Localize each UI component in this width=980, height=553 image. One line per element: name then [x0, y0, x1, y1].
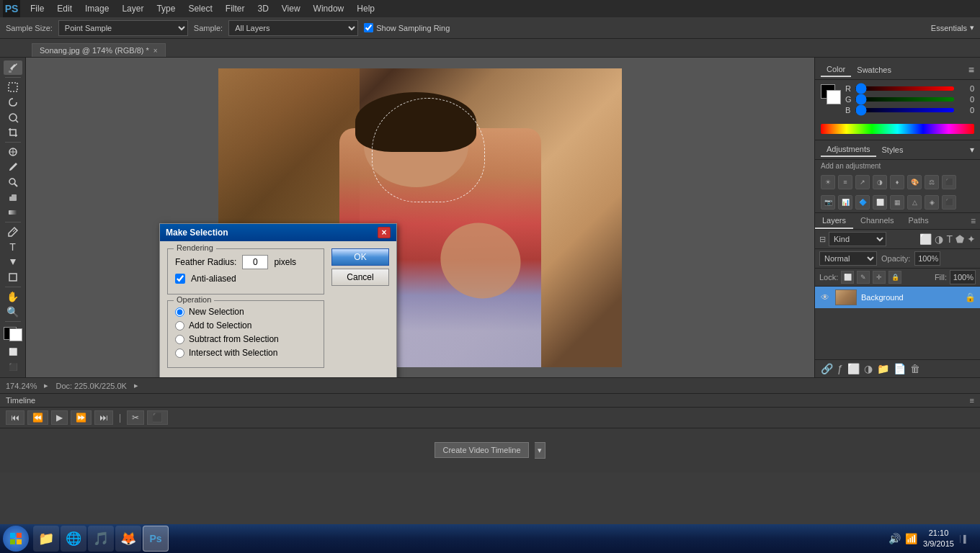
add-to-selection-option[interactable]: Add to Selection	[175, 320, 316, 331]
adj-black-white[interactable]: ⬛	[942, 175, 956, 189]
show-desktop-icon[interactable]: ▌	[960, 535, 971, 543]
tool-screen-mode[interactable]: ⬛	[4, 360, 22, 374]
layer-adj-icon[interactable]: ◑	[864, 363, 873, 374]
blue-slider[interactable]	[855, 108, 954, 112]
tool-marquee[interactable]	[4, 80, 22, 94]
dialog-close-button[interactable]: ×	[378, 227, 391, 238]
layer-new-icon[interactable]: 📄	[894, 363, 906, 374]
new-selection-radio[interactable]	[175, 307, 184, 317]
doc-info-toggle[interactable]: ▸	[134, 381, 138, 390]
menu-image[interactable]: Image	[79, 2, 115, 15]
filter-pixel-icon[interactable]: ⬜	[919, 233, 932, 245]
adj-photo-filter[interactable]: 📷	[821, 195, 835, 210]
filter-type-icon[interactable]: T	[946, 233, 953, 245]
zoom-controls[interactable]: ▸	[44, 381, 48, 390]
red-slider[interactable]	[855, 86, 954, 91]
adj-vibrance[interactable]: ♦	[890, 175, 904, 189]
filter-shape-icon[interactable]: ⬟	[956, 233, 964, 245]
tool-eyedropper[interactable]	[4, 60, 22, 75]
menu-filter[interactable]: Filter	[220, 2, 251, 15]
tool-eraser[interactable]	[4, 190, 22, 204]
menu-help[interactable]: Help	[351, 2, 380, 15]
adj-gradient-map[interactable]: ⬛	[942, 195, 956, 210]
tool-lasso[interactable]	[4, 95, 22, 109]
adj-expand-icon[interactable]: ▾	[970, 145, 974, 155]
layer-style-icon[interactable]: ƒ	[837, 363, 843, 374]
fill-input[interactable]	[950, 270, 976, 284]
adj-invert[interactable]: ⬜	[873, 195, 887, 210]
layers-tab[interactable]: Layers	[815, 213, 853, 229]
adj-selective-color[interactable]: ◈	[925, 195, 939, 210]
color-tab[interactable]: Color	[821, 63, 851, 77]
layer-background[interactable]: 👁 Background 🔒	[815, 287, 980, 308]
tool-text[interactable]: T	[4, 240, 22, 254]
tl-play[interactable]: ▶	[51, 410, 68, 425]
cancel-button[interactable]: Cancel	[331, 269, 389, 286]
opacity-input[interactable]	[914, 251, 940, 266]
tool-zoom[interactable]: 🔍	[4, 305, 22, 319]
anti-aliased-checkbox[interactable]	[175, 274, 185, 284]
adj-color-lookup[interactable]: 🔷	[855, 195, 870, 210]
workspace-dropdown-icon[interactable]: ▾	[970, 23, 974, 32]
menu-3d[interactable]: 3D	[251, 2, 274, 15]
menu-select[interactable]: Select	[182, 2, 218, 15]
adj-curves[interactable]: ↗	[855, 175, 870, 189]
channels-tab[interactable]: Channels	[853, 213, 901, 229]
tool-brush[interactable]	[4, 160, 22, 174]
lock-paint-icon[interactable]: ✎	[857, 271, 870, 284]
taskbar-media[interactable]: 🎵	[88, 526, 114, 552]
layer-mask-icon[interactable]: ⬜	[847, 363, 860, 374]
styles-tab[interactable]: Styles	[876, 143, 909, 156]
menu-type[interactable]: Type	[151, 2, 181, 15]
menu-layer[interactable]: Layer	[116, 2, 149, 15]
show-sampling-ring-label[interactable]: Show Sampling Ring	[364, 23, 450, 32]
tool-quick-select[interactable]	[4, 110, 22, 125]
timeline-menu-icon[interactable]: ≡	[970, 396, 974, 405]
adj-hue[interactable]: 🎨	[907, 175, 922, 189]
swatches-tab[interactable]: Swatches	[851, 63, 897, 76]
taskbar-explorer[interactable]: 📁	[33, 526, 59, 552]
filter-smart-icon[interactable]: ✦	[967, 233, 976, 245]
create-timeline-dropdown[interactable]: ▾	[535, 442, 545, 459]
menu-window[interactable]: Window	[308, 2, 350, 15]
layer-group-icon[interactable]: 📁	[877, 363, 889, 374]
add-to-selection-radio[interactable]	[175, 321, 184, 331]
background-color[interactable]	[9, 328, 22, 341]
taskbar-photoshop[interactable]: Ps	[143, 526, 169, 552]
menu-edit[interactable]: Edit	[51, 2, 78, 15]
tool-clone[interactable]	[4, 175, 22, 189]
lock-transparent-icon[interactable]: ⬜	[841, 271, 854, 284]
taskbar-sound-icon[interactable]: 🔊	[888, 533, 901, 544]
adj-brightness[interactable]: ☀	[821, 175, 835, 189]
intersect-with-selection-radio[interactable]	[175, 349, 184, 358]
filter-adj-icon[interactable]: ◑	[935, 233, 943, 245]
adj-channel-mixer[interactable]: 📊	[838, 195, 852, 210]
tl-end[interactable]: ⏭	[94, 410, 113, 425]
lock-position-icon[interactable]: ✛	[873, 271, 886, 284]
tl-scissors[interactable]: ✂	[127, 410, 144, 425]
anti-aliased-row[interactable]: Anti-aliased	[175, 274, 316, 284]
intersect-with-selection-option[interactable]: Intersect with Selection	[175, 348, 316, 358]
tool-pen[interactable]	[4, 225, 22, 239]
subtract-from-selection-option[interactable]: Subtract from Selection	[175, 334, 316, 344]
layer-delete-icon[interactable]: 🗑	[910, 363, 920, 374]
layer-link-icon[interactable]: 🔗	[821, 363, 833, 374]
tl-begin[interactable]: ⏮	[6, 410, 24, 425]
new-selection-option[interactable]: New Selection	[175, 307, 316, 317]
menu-view[interactable]: View	[276, 2, 306, 15]
adj-color-balance[interactable]: ⚖	[925, 175, 939, 189]
taskbar-clock[interactable]: 21:10 3/9/2015	[923, 528, 954, 550]
adj-threshold[interactable]: △	[907, 195, 922, 210]
blend-mode-dropdown[interactable]: Normal	[819, 251, 877, 266]
taskbar-firefox[interactable]: 🦊	[115, 526, 141, 552]
tl-next-frame[interactable]: ⏩	[71, 410, 92, 425]
adjustments-tab[interactable]: Adjustments	[821, 143, 876, 157]
tl-prev-frame[interactable]: ⏪	[27, 410, 48, 425]
tool-mask[interactable]: ⬜	[4, 345, 22, 359]
adj-posterize[interactable]: ▦	[890, 195, 904, 210]
paths-tab[interactable]: Paths	[901, 213, 936, 229]
sample-dropdown[interactable]: All Layers	[228, 20, 358, 36]
subtract-from-selection-radio[interactable]	[175, 335, 184, 344]
layers-panel-menu[interactable]: ≡	[966, 213, 980, 229]
start-button[interactable]	[3, 526, 29, 552]
